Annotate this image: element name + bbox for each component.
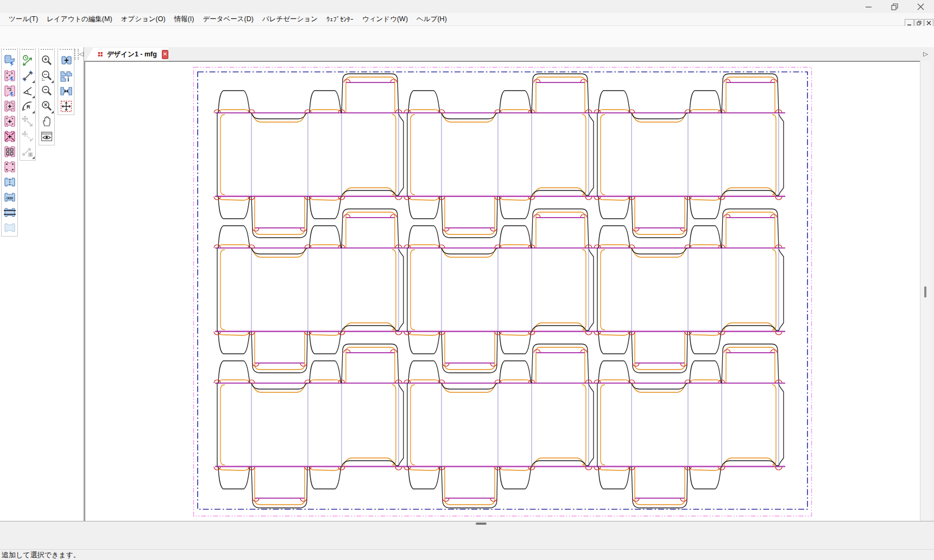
clamp-lines-tool-button[interactable]	[3, 206, 17, 220]
menu-item-8[interactable]: ヘルプ(H)	[412, 13, 451, 26]
document-tab[interactable]: デザイン1 - mfg ✕	[86, 48, 168, 61]
move-snap-tool-button[interactable]	[21, 145, 35, 159]
zoom-out-icon	[40, 85, 53, 98]
pink-dots-plus-icon	[3, 115, 16, 128]
sheet-fit-tool-button[interactable]	[3, 54, 17, 68]
svg-text:R: R	[27, 104, 30, 110]
dieline-canvas[interactable]	[84, 61, 920, 521]
measure-radius-tool-button[interactable]: R	[21, 99, 35, 113]
move-tick-icon	[21, 130, 34, 143]
add-nick-tool-button[interactable]	[3, 114, 17, 129]
title-bar	[0, 0, 934, 13]
move-point-tool-button[interactable]	[21, 114, 35, 129]
toolbar-grip[interactable]	[60, 49, 72, 53]
add-dashed-region-tool-button[interactable]	[3, 99, 17, 113]
left-tool-panel: Ri	[0, 47, 83, 526]
zoom-options-tool-button[interactable]	[40, 69, 54, 83]
pink-dots-icon	[3, 69, 16, 82]
eye-window-icon	[40, 130, 53, 143]
pink-flap-icon	[3, 85, 16, 98]
clamp-holes-icon	[3, 191, 16, 204]
move-diag-icon	[21, 115, 34, 128]
menu-bar: ツール(T)レイアウトの編集(M)オプション(O)情報(I)データベース(D)パ…	[0, 13, 934, 26]
canvas-resize-handle[interactable]	[476, 523, 487, 525]
measure-distance-tool-button[interactable]	[21, 69, 35, 83]
flyout-indicator-icon	[32, 111, 35, 113]
sheet-size-tool-button[interactable]	[59, 99, 73, 113]
flyout-indicator-icon	[51, 111, 54, 113]
blue-info-icon: i	[60, 69, 73, 82]
toolbar-grip[interactable]	[3, 49, 16, 53]
grid-copies-tool-button[interactable]	[3, 145, 17, 159]
layout-tools-toolbar	[1, 48, 18, 237]
measure-angle-tool-button[interactable]	[21, 84, 35, 98]
scrollbar-thumb[interactable]	[924, 287, 926, 297]
restore-button[interactable]	[888, 3, 900, 11]
layout-doc-icon	[98, 50, 104, 58]
menu-item-7[interactable]: ウィンドウ(W)	[358, 13, 412, 26]
flyout-indicator-icon	[32, 156, 35, 159]
close-icon	[917, 3, 924, 10]
pink-compress-icon	[3, 130, 16, 143]
flyout-indicator-icon	[32, 96, 35, 98]
blank-gap-tool-button[interactable]	[59, 84, 73, 98]
restore-icon	[891, 3, 898, 10]
clamp-plain-icon	[3, 221, 16, 234]
add-blank-tool-button[interactable]	[59, 54, 73, 68]
menu-item-1[interactable]: レイアウトの編集(M)	[42, 13, 117, 26]
menu-item-0[interactable]: ツール(T)	[4, 13, 42, 26]
clock-arrow-icon	[21, 54, 34, 67]
bottom-panel	[0, 521, 934, 550]
blue-add-icon	[60, 54, 73, 67]
zoom-out-tool-button[interactable]	[40, 84, 54, 98]
compress-layout-tool-button[interactable]	[3, 130, 17, 144]
tool-options-toolbar: ールカウンター ｶｳﾝﾀｰｴｯｼﾞﾂｰﾙ mm	[0, 26, 934, 48]
flyout-indicator-icon	[32, 80, 35, 83]
status-message: 追加して選択できます。	[0, 550, 80, 560]
menu-item-6[interactable]: ｳｪﾌﾞｾﾝﾀｰ	[322, 14, 358, 25]
clamp-dashed-icon	[3, 176, 16, 189]
close-button[interactable]	[914, 3, 926, 11]
status-bar: 追加して選択できます。	[0, 549, 934, 560]
menu-item-3[interactable]: 情報(I)	[170, 13, 199, 26]
corner-marks-tool-button[interactable]	[3, 160, 17, 174]
toolbar-grip[interactable]	[22, 49, 34, 53]
sheet-fit-icon	[3, 54, 16, 67]
pink-corners-icon	[3, 161, 16, 174]
move-distance-tool-button[interactable]	[21, 130, 35, 144]
pan-hand-icon	[40, 115, 53, 128]
zoom-in-tool-button[interactable]	[40, 54, 54, 68]
blue-gap-icon	[60, 85, 73, 98]
tab-scroll-right-button[interactable]: ▷	[922, 49, 930, 59]
menu-item-2[interactable]: オプション(O)	[117, 13, 170, 26]
blank-info-tool-button[interactable]: i	[59, 69, 73, 83]
tab-scroll-left-button[interactable]: ◁	[77, 49, 85, 59]
flap-outline-tool-button[interactable]	[3, 84, 17, 98]
tab-title: デザイン1 - mfg	[107, 50, 157, 59]
zoom-reset-tool-button[interactable]	[40, 99, 54, 113]
zoom-tools-toolbar	[39, 48, 55, 145]
clamp-tool-button[interactable]	[3, 221, 17, 235]
nick-pattern-tool-button[interactable]	[3, 69, 17, 83]
clamp-holes-tool-button[interactable]	[3, 190, 17, 205]
preview-window-tool-button[interactable]	[40, 130, 54, 144]
toolbar-grip[interactable]	[41, 49, 53, 53]
menu-item-5[interactable]: パレチゼーション	[258, 13, 322, 26]
minimize-button[interactable]	[862, 3, 874, 11]
flyout-indicator-icon	[51, 80, 54, 83]
pink-grid-icon	[3, 145, 16, 158]
tab-close-button[interactable]: ✕	[162, 50, 168, 59]
pan-tool-button[interactable]	[40, 114, 54, 129]
clamp-lines-icon	[3, 206, 16, 219]
minimize-icon	[865, 3, 872, 10]
manufacturing-layout-drawing	[85, 62, 920, 521]
measure-tools-toolbar: R	[20, 48, 36, 161]
clamp-split-tool-button[interactable]	[3, 175, 17, 189]
quick-measure-tool-button[interactable]	[21, 54, 35, 68]
pink-dash-plus-icon	[3, 100, 16, 113]
menu-item-4[interactable]: データベース(D)	[198, 13, 258, 26]
window-edge	[930, 47, 934, 521]
sheet-size-icon	[60, 100, 73, 113]
zoom-in-icon	[40, 54, 53, 67]
edit-layout-tools-toolbar: i	[58, 48, 74, 115]
